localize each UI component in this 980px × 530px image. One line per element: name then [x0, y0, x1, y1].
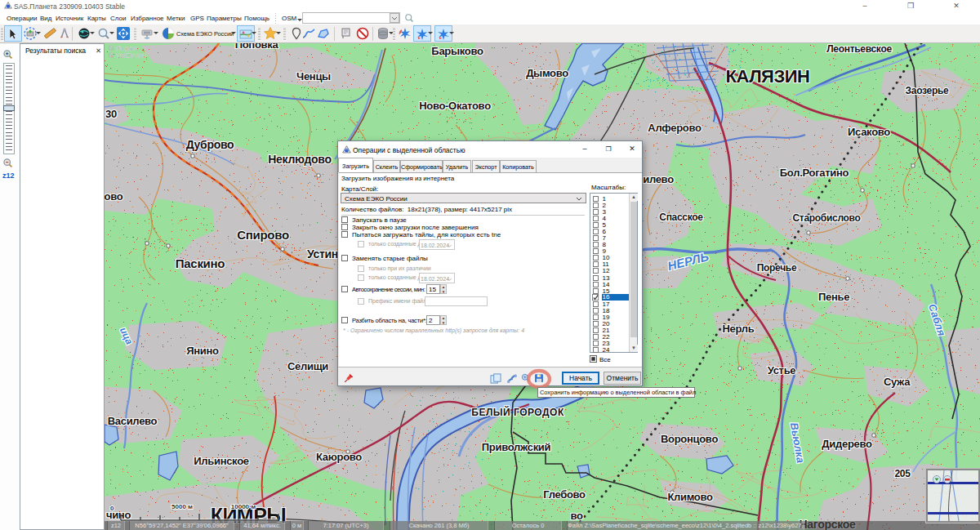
- svg-text:Устин: Устин: [307, 247, 338, 261]
- svg-text:Исаково: Исаково: [848, 126, 890, 138]
- svg-text:Дымово: Дымово: [526, 67, 568, 79]
- svg-text:Заозерье: Заозерье: [906, 85, 949, 96]
- svg-text:Дидерево: Дидерево: [822, 438, 872, 450]
- svg-text:Спирово: Спирово: [237, 228, 289, 242]
- svg-text:205: 205: [894, 468, 911, 479]
- svg-text:Янино: Янино: [186, 345, 219, 357]
- svg-text:Воронцово: Воронцово: [661, 433, 718, 445]
- svg-text:Ченцы: Ченцы: [296, 70, 331, 82]
- svg-text:КАЛЯЗИН: КАЛЯЗИН: [726, 66, 810, 87]
- svg-text:Устье: Устье: [768, 364, 796, 376]
- svg-text:© VotEtoVid: © VotEtoVid: [109, 51, 146, 60]
- svg-text:Селищи: Селищи: [287, 360, 328, 372]
- svg-text:Старобислово: Старобислово: [792, 212, 860, 224]
- svg-text:Приволжский: Приволжский: [482, 441, 551, 453]
- svg-text:Поповка: Поповка: [235, 43, 279, 51]
- svg-text:10000 м: 10000 м: [231, 503, 256, 510]
- svg-text:Ново-Окатово: Ново-Окатово: [419, 100, 491, 112]
- svg-text:Алферово: Алферово: [648, 122, 702, 134]
- svg-text:Неклюдово: Неклюдово: [268, 153, 331, 166]
- svg-text:0: 0: [110, 505, 114, 512]
- svg-text:Василево: Василево: [108, 415, 158, 427]
- svg-text:Климово: Климово: [667, 491, 713, 503]
- svg-text:Спасское: Спасское: [659, 212, 703, 223]
- svg-text:Барыково: Барыково: [431, 45, 483, 57]
- svg-text:Ильинское: Ильинское: [194, 455, 249, 467]
- svg-text:30: 30: [105, 108, 117, 120]
- svg-text:илево: илево: [643, 173, 674, 185]
- svg-text:Поречье: Поречье: [757, 262, 797, 274]
- svg-text:Каюрово: Каюрово: [316, 451, 362, 463]
- svg-text:Глебово: Глебово: [543, 488, 586, 501]
- svg-text:Леонтьевское: Леонтьевское: [826, 43, 892, 55]
- svg-text:Нерль: Нерль: [723, 323, 755, 335]
- svg-text:5000 м: 5000 м: [172, 503, 193, 510]
- svg-text:Дуброво: Дуброво: [186, 138, 234, 151]
- svg-text:Паскино: Паскино: [176, 256, 225, 270]
- svg-text:БЕЛЫЙ ГОРОДОК: БЕЛЫЙ ГОРОДОК: [471, 406, 564, 418]
- svg-text:Пенье: Пенье: [818, 291, 849, 303]
- svg-text:ово: ово: [105, 190, 123, 203]
- svg-text:Бол.Рогатино: Бол.Рогатино: [780, 167, 849, 179]
- svg-text:во: во: [570, 510, 583, 522]
- svg-text:Сужа: Сужа: [884, 376, 911, 388]
